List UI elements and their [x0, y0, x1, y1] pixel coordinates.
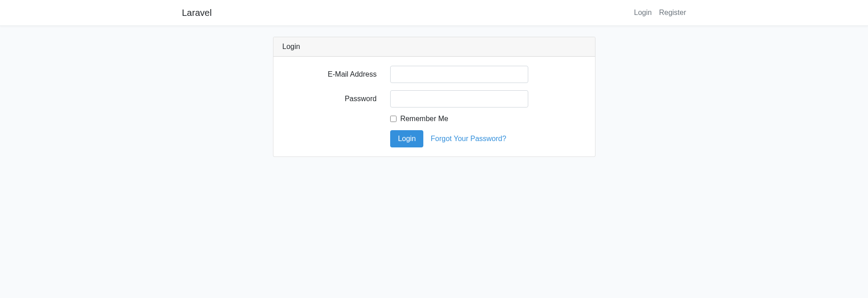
password-field[interactable] — [390, 90, 528, 107]
password-label: Password — [283, 95, 384, 103]
email-label: E-Mail Address — [283, 70, 384, 78]
navbar: Laravel Login Register — [0, 0, 868, 26]
email-field[interactable] — [390, 66, 528, 83]
nav-register-link[interactable]: Register — [659, 5, 686, 20]
card-body: E-Mail Address Password — [273, 57, 595, 156]
remember-checkbox[interactable] — [390, 116, 397, 122]
card-header: Login — [273, 37, 595, 57]
remember-label: Remember Me — [400, 115, 448, 123]
nav-login-link[interactable]: Login — [634, 5, 652, 20]
brand-link[interactable]: Laravel — [182, 8, 212, 18]
forgot-password-link[interactable]: Forgot Your Password? — [431, 135, 506, 143]
login-form: E-Mail Address Password — [283, 66, 586, 147]
login-button[interactable]: Login — [390, 130, 423, 147]
main-content: Login E-Mail Address Password — [0, 26, 868, 168]
login-card: Login E-Mail Address Password — [273, 37, 595, 157]
